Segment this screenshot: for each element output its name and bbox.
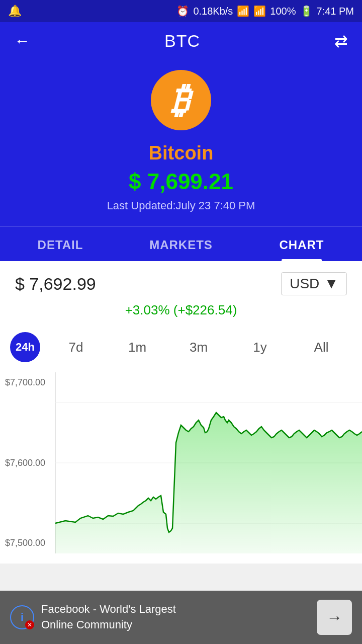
ad-text: Facebook - World's Largest Online Commun… bbox=[41, 602, 176, 633]
ad-close-button[interactable]: ✕ bbox=[25, 620, 34, 629]
ad-arrow-button[interactable]: → bbox=[317, 600, 352, 635]
time-btn-3m[interactable]: 3m bbox=[168, 333, 229, 362]
ad-banner: i ✕ Facebook - World's Largest Online Co… bbox=[0, 591, 362, 644]
time-btn-all[interactable]: All bbox=[291, 333, 352, 362]
ad-title: Facebook - World's Largest bbox=[41, 602, 176, 617]
ad-icon: i ✕ bbox=[10, 605, 34, 629]
coin-name: Bitcoin bbox=[149, 142, 214, 164]
y-label-low: $7,500.00 bbox=[5, 538, 45, 548]
ad-subtitle: Online Community bbox=[41, 617, 176, 633]
btc-symbol: ₿ bbox=[171, 82, 189, 118]
current-price: $ 7,692.99 bbox=[15, 274, 96, 294]
notification-icon: 🔔 bbox=[8, 5, 22, 18]
hero-section: ₿ Bitcoin $ 7,699.21 Last Updated:July 2… bbox=[0, 60, 362, 226]
currency-selector[interactable]: USD ▼ bbox=[281, 272, 347, 295]
currency-label: USD bbox=[290, 276, 319, 292]
status-left: 🔔 bbox=[8, 5, 22, 18]
time-label: 7:41 PM bbox=[317, 6, 354, 17]
time-btn-1y[interactable]: 1y bbox=[229, 333, 291, 362]
speed-label: 0.18Kb/s bbox=[193, 6, 233, 17]
header-title: BTC bbox=[164, 31, 200, 51]
tab-detail[interactable]: DETAIL bbox=[0, 227, 121, 261]
wifi-icon: 📶 bbox=[237, 5, 249, 17]
time-btn-24h[interactable]: 24h bbox=[10, 332, 40, 362]
back-button[interactable]: ← bbox=[14, 32, 30, 50]
battery-icon: 🔋 bbox=[300, 5, 313, 17]
coin-updated: Last Updated:July 23 7:40 PM bbox=[107, 199, 255, 212]
price-row: $ 7,692.99 USD ▼ bbox=[0, 261, 362, 300]
chart-svg bbox=[0, 372, 362, 564]
time-btn-1m[interactable]: 1m bbox=[107, 333, 168, 362]
time-btn-7d[interactable]: 7d bbox=[45, 333, 107, 362]
status-bar: 🔔 ⏰ 0.18Kb/s 📶 📶 100% 🔋 7:41 PM bbox=[0, 0, 362, 22]
y-axis-labels: $7,700.00 $7,600.00 $7,500.00 bbox=[5, 372, 45, 564]
coin-price: $ 7,699.21 bbox=[129, 169, 233, 194]
y-label-high: $7,700.00 bbox=[5, 377, 45, 388]
time-period-selector: 24h 7d 1m 3m 1y All bbox=[0, 327, 362, 372]
tab-chart[interactable]: CHART bbox=[241, 227, 362, 261]
dropdown-icon: ▼ bbox=[324, 276, 338, 292]
alarm-icon: ⏰ bbox=[176, 5, 189, 17]
chart-section: $ 7,692.99 USD ▼ +3.03% (+$226.54) 24h 7… bbox=[0, 261, 362, 564]
price-change: +3.03% (+$226.54) bbox=[0, 300, 362, 327]
signal-icon: 📶 bbox=[253, 5, 266, 17]
y-label-mid: $7,600.00 bbox=[5, 458, 45, 468]
price-chart: $7,700.00 $7,600.00 $7,500.00 bbox=[0, 372, 362, 564]
ad-content: i ✕ Facebook - World's Largest Online Co… bbox=[10, 602, 176, 633]
status-right: ⏰ 0.18Kb/s 📶 📶 100% 🔋 7:41 PM bbox=[176, 5, 354, 17]
ad-arrow-icon: → bbox=[326, 608, 342, 627]
tab-bar: DETAIL MARKETS CHART bbox=[0, 226, 362, 261]
battery-label: 100% bbox=[270, 6, 296, 17]
btc-logo: ₿ bbox=[151, 70, 211, 130]
header: ← BTC ⇄ bbox=[0, 22, 362, 60]
refresh-button[interactable]: ⇄ bbox=[334, 32, 348, 51]
tab-markets[interactable]: MARKETS bbox=[121, 227, 241, 261]
